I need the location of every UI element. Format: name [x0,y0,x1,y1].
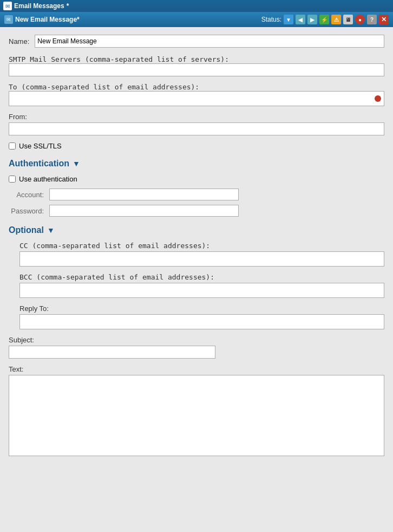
password-label: Password: [9,207,44,215]
name-row: Name: [9,35,384,48]
password-row: Password: [9,205,384,217]
from-input[interactable] [9,122,384,135]
ssl-row: Use SSL/TLS [9,142,384,150]
bcc-input[interactable] [19,283,384,298]
tab-icon: ✉ [4,15,13,24]
subject-label: Subject: [9,336,384,344]
cc-label: CC (comma-separated list of email addres… [19,242,384,250]
optional-section-header: Optional ▼ [9,225,384,235]
use-auth-row: Use authentication [9,175,384,183]
tab-bar-right: Status: ▼ ◀ ▶ ⚡ ⚠ 🖥 ● ? ✕ [261,15,389,24]
smtp-label: SMTP Mail Servers (comma-separated list … [9,55,229,63]
text-input[interactable] [9,375,384,456]
warning-button[interactable]: ⚠ [331,15,341,24]
optional-arrow[interactable]: ▼ [47,226,55,235]
title-bar: ✉ Email Messages * [0,0,393,12]
close-button[interactable]: ✕ [379,15,389,24]
reply-to-group: Reply To: [19,304,384,329]
account-label: Account: [9,191,44,199]
status-dropdown-button[interactable]: ▼ [284,15,293,24]
use-auth-label[interactable]: Use authentication [19,175,77,183]
required-indicator [375,95,381,102]
smtp-input[interactable] [9,63,384,76]
name-label: Name: [9,37,29,46]
ssl-label[interactable]: Use SSL/TLS [19,142,62,150]
use-auth-checkbox[interactable] [9,176,16,183]
bcc-label: BCC (comma-separated list of email addre… [19,273,384,281]
cc-group: CC (comma-separated list of email addres… [19,242,384,267]
to-wrapper [9,91,384,106]
text-label: Text: [9,365,384,373]
password-input[interactable] [49,205,239,217]
to-input[interactable] [9,91,384,106]
from-label: From: [9,113,384,121]
from-group: From: [9,113,384,135]
stop-button[interactable]: ● [355,15,365,24]
nav-right-button[interactable]: ▶ [307,15,317,24]
reply-to-label: Reply To: [19,304,384,313]
nav-left-button[interactable]: ◀ [296,15,305,24]
subject-input[interactable] [9,346,215,359]
connect-button[interactable]: ⚡ [319,15,329,24]
monitor-button[interactable]: 🖥 [343,15,353,24]
optional-title: Optional [9,225,44,235]
name-input[interactable] [35,35,384,48]
main-content: Name: SMTP Mail Servers (comma-separated… [0,27,393,532]
subject-group: Subject: [9,336,384,359]
tab-bar-left: ✉ New Email Message* [4,15,80,24]
authentication-section-header: Authentication ▼ [9,159,384,168]
app-icon: ✉ [3,2,12,10]
to-group: To (comma-separated list of email addres… [9,83,384,106]
tab-bar: ✉ New Email Message* Status: ▼ ◀ ▶ ⚡ ⚠ 🖥… [0,12,393,27]
status-label: Status: [261,16,281,23]
authentication-arrow[interactable]: ▼ [73,159,80,168]
help-button[interactable]: ? [367,15,377,24]
text-group: Text: [9,365,384,458]
ssl-checkbox[interactable] [9,142,16,150]
optional-section: CC (comma-separated list of email addres… [9,242,384,329]
account-row: Account: [9,189,384,200]
to-label: To (comma-separated list of email addres… [9,83,199,91]
tab-title: New Email Message* [15,16,80,23]
smtp-group: SMTP Mail Servers (comma-separated list … [9,55,384,76]
reply-to-input[interactable] [19,314,384,329]
title-asterisk: * [67,2,69,10]
bcc-group: BCC (comma-separated list of email addre… [19,273,384,298]
title-bar-text: Email Messages [14,2,64,10]
cc-input[interactable] [19,251,384,267]
authentication-title: Authentication [9,159,69,168]
account-input[interactable] [49,189,239,200]
